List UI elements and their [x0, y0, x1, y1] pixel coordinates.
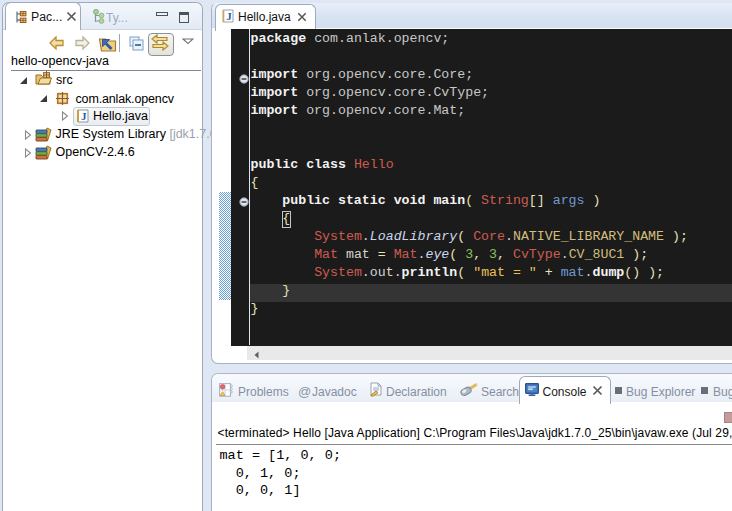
svg-text:J: J: [81, 110, 87, 122]
svg-text:J: J: [226, 10, 232, 22]
